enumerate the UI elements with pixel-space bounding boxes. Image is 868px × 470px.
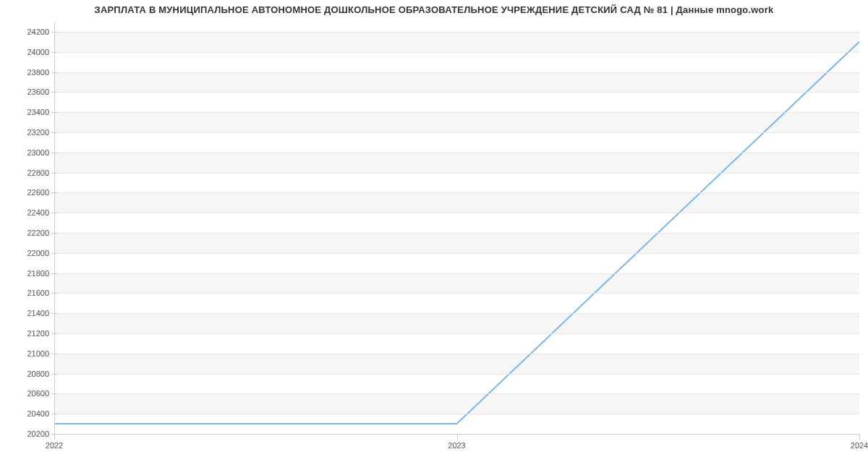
y-gridline — [54, 273, 859, 274]
x-tick-label: 2022 — [46, 441, 63, 450]
y-gridline — [54, 374, 859, 375]
y-tick-label: 20200 — [6, 430, 49, 438]
y-tick — [51, 273, 57, 274]
y-gridline — [54, 393, 859, 394]
y-gridline — [54, 354, 859, 354]
y-gridline — [54, 72, 859, 73]
x-tick — [54, 434, 55, 440]
plot-area — [54, 22, 859, 434]
y-tick — [51, 92, 57, 93]
chart-title: ЗАРПЛАТА В МУНИЦИПАЛЬНОЕ АВТОНОМНОЕ ДОШК… — [0, 4, 868, 15]
y-tick-label: 23600 — [6, 87, 49, 96]
y-tick-label: 22800 — [6, 168, 49, 177]
y-tick — [51, 354, 57, 354]
y-tick-label: 20800 — [6, 369, 49, 378]
line-chart: ЗАРПЛАТА В МУНИЦИПАЛЬНОЕ АВТОНОМНОЕ ДОШК… — [0, 0, 868, 470]
y-tick — [51, 32, 57, 33]
y-gridline — [54, 213, 859, 213]
y-tick-label: 22600 — [6, 188, 49, 197]
y-gridline — [54, 173, 859, 174]
y-tick — [51, 192, 57, 193]
y-gridline — [54, 253, 859, 254]
y-gridline — [54, 333, 859, 334]
y-tick — [51, 72, 57, 73]
y-tick — [51, 173, 57, 174]
y-tick-label: 21200 — [6, 329, 49, 338]
y-gridline — [54, 293, 859, 294]
y-tick-label: 24200 — [6, 27, 49, 36]
y-tick — [51, 393, 57, 394]
y-tick — [51, 52, 57, 53]
y-tick-label: 24000 — [6, 48, 49, 56]
y-tick-label: 23400 — [6, 108, 49, 116]
y-tick-label: 21400 — [6, 309, 49, 317]
x-tick — [859, 434, 860, 440]
y-tick-label: 21600 — [6, 289, 49, 297]
y-tick — [51, 112, 57, 113]
x-tick-label: 2024 — [851, 441, 868, 450]
y-tick — [51, 233, 57, 234]
y-tick-label: 22000 — [6, 249, 49, 257]
y-gridline — [54, 112, 859, 113]
y-tick-label: 22400 — [6, 208, 49, 217]
y-tick — [51, 333, 57, 334]
y-tick — [51, 153, 57, 153]
y-gridline — [54, 132, 859, 133]
y-tick-label: 23000 — [6, 148, 49, 157]
series-line — [54, 22, 859, 434]
y-tick — [51, 293, 57, 294]
y-tick-label: 21800 — [6, 269, 49, 278]
y-gridline — [54, 52, 859, 53]
y-tick — [51, 213, 57, 213]
y-tick — [51, 132, 57, 133]
y-gridline — [54, 313, 859, 314]
x-tick-label: 2023 — [448, 441, 465, 450]
y-axis — [54, 22, 55, 434]
y-gridline — [54, 414, 859, 414]
y-tick — [51, 374, 57, 375]
y-tick-label: 21000 — [6, 349, 49, 358]
y-tick-label: 23200 — [6, 128, 49, 137]
y-tick — [51, 313, 57, 314]
y-tick-label: 20400 — [6, 409, 49, 418]
y-tick-label: 23800 — [6, 68, 49, 77]
y-gridline — [54, 192, 859, 193]
y-tick — [51, 414, 57, 414]
y-gridline — [54, 92, 859, 93]
y-gridline — [54, 32, 859, 33]
y-gridline — [54, 153, 859, 153]
y-tick-label: 20600 — [6, 389, 49, 398]
y-gridline — [54, 233, 859, 234]
y-tick-label: 22200 — [6, 228, 49, 237]
x-tick — [457, 434, 458, 440]
y-tick — [51, 253, 57, 254]
